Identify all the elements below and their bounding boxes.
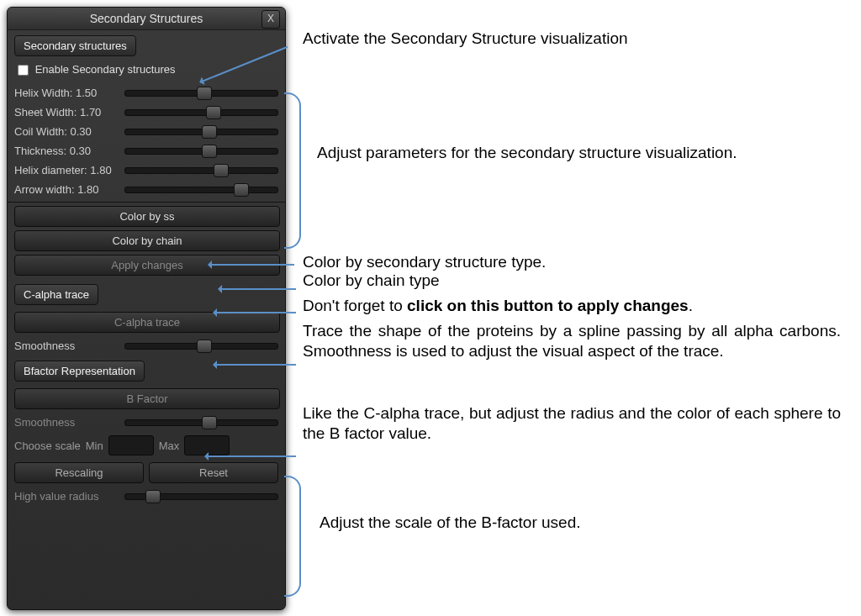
annotation-scale: Adjust the scale of the B-factor used.: [320, 513, 858, 533]
slider-track[interactable]: [124, 129, 278, 135]
min-input[interactable]: [108, 435, 154, 455]
tab-bfactor-representation[interactable]: Bfactor Representation: [14, 361, 145, 382]
high-value-radius-row: High value radius: [8, 487, 285, 506]
enable-checkbox[interactable]: [18, 65, 29, 76]
secondary-structures-panel: Secondary Structures X Secondary structu…: [7, 7, 286, 610]
slider-row-5: Arrow width: 1.80: [8, 180, 285, 199]
smoothness-row-2: Smoothness: [8, 413, 285, 432]
slider-thumb[interactable]: [197, 87, 212, 100]
slider-label: Helix diameter: 1.80: [14, 164, 119, 176]
slider-thumb[interactable]: [206, 106, 221, 119]
slider-thumb[interactable]: [214, 164, 229, 177]
annotation-bfactor: Like the C-alpha trace, but adjust the r…: [303, 403, 841, 444]
slider-thumb[interactable]: [234, 183, 249, 197]
max-label: Max: [159, 440, 180, 452]
smoothness-label-2: Smoothness: [14, 416, 119, 429]
annotation-apply-bold: click on this button to apply changes: [407, 297, 689, 314]
slider-row-0: Helix Width: 1.50: [8, 83, 285, 103]
tab-c-alpha-trace[interactable]: C-alpha trace: [14, 284, 98, 305]
brace-icon: [284, 92, 301, 249]
tab-secondary-structures[interactable]: Secondary structures: [14, 35, 136, 56]
enable-label: Enable Secondary structures: [35, 63, 176, 76]
annotation-color-chain: Color by chain type: [303, 271, 841, 291]
arrow-icon: [210, 264, 294, 266]
slider-thumb[interactable]: [202, 145, 217, 158]
arrow-icon: [207, 455, 296, 457]
smoothness-slider-2[interactable]: [124, 419, 278, 426]
close-button[interactable]: X: [261, 10, 280, 29]
slider-thumb[interactable]: [202, 125, 217, 139]
choose-scale-label: Choose scale: [14, 440, 81, 452]
brace-icon: [284, 476, 301, 597]
slider-thumb[interactable]: [202, 416, 217, 429]
reset-button[interactable]: Reset: [149, 462, 278, 483]
slider-label: Coil Width: 0.30: [14, 125, 119, 138]
annotation-apply-post: .: [689, 297, 693, 314]
slider-label: Arrow width: 1.80: [14, 183, 119, 196]
slider-row-3: Thickness: 0.30: [8, 141, 285, 161]
color-by-chain-button[interactable]: Color by chain: [14, 230, 280, 251]
slider-label: Sheet Width: 1.70: [14, 106, 119, 118]
bfactor-button[interactable]: B Factor: [14, 388, 280, 409]
smoothness-row-1: Smoothness: [8, 336, 285, 355]
slider-track[interactable]: [124, 167, 278, 174]
smoothness-slider-1[interactable]: [124, 343, 278, 350]
slider-track[interactable]: [124, 148, 278, 155]
arrow-icon: [220, 288, 296, 290]
slider-track[interactable]: [124, 187, 278, 193]
annotation-apply: Don't forget to click on this button to …: [303, 296, 841, 316]
rescaling-button[interactable]: Rescaling: [14, 462, 144, 483]
annotation-apply-pre: Don't forget to: [303, 297, 407, 314]
color-by-ss-button[interactable]: Color by ss: [14, 206, 280, 227]
slider-row-4: Helix diameter: 1.80: [8, 161, 285, 180]
slider-label: Helix Width: 1.50: [14, 87, 119, 99]
slider-thumb[interactable]: [145, 490, 161, 503]
panel-header: Secondary Structures X: [8, 8, 285, 30]
slider-thumb[interactable]: [197, 340, 212, 353]
slider-track[interactable]: [124, 90, 278, 97]
annotation-color-ss: Color by secondary structure type.: [303, 252, 841, 272]
smoothness-label-1: Smoothness: [14, 340, 119, 352]
annotation-calpha: Trace the shape of the proteins by a spl…: [303, 321, 841, 361]
arrow-icon: [215, 312, 296, 313]
slider-row-1: Sheet Width: 1.70: [8, 103, 285, 122]
min-label: Min: [86, 440, 103, 452]
slider-label: Thickness: 0.30: [14, 145, 119, 157]
high-value-radius-slider[interactable]: [124, 493, 278, 500]
high-value-radius-label: High value radius: [14, 490, 119, 503]
slider-row-2: Coil Width: 0.30: [8, 122, 285, 141]
arrow-icon: [215, 364, 296, 366]
annotation-activate: Activate the Secondary Structure visuali…: [303, 29, 841, 49]
annotation-adjust-params: Adjust parameters for the secondary stru…: [317, 143, 855, 163]
slider-track[interactable]: [124, 109, 278, 116]
c-alpha-trace-button[interactable]: C-alpha trace: [14, 312, 280, 333]
panel-title: Secondary Structures: [90, 12, 203, 25]
